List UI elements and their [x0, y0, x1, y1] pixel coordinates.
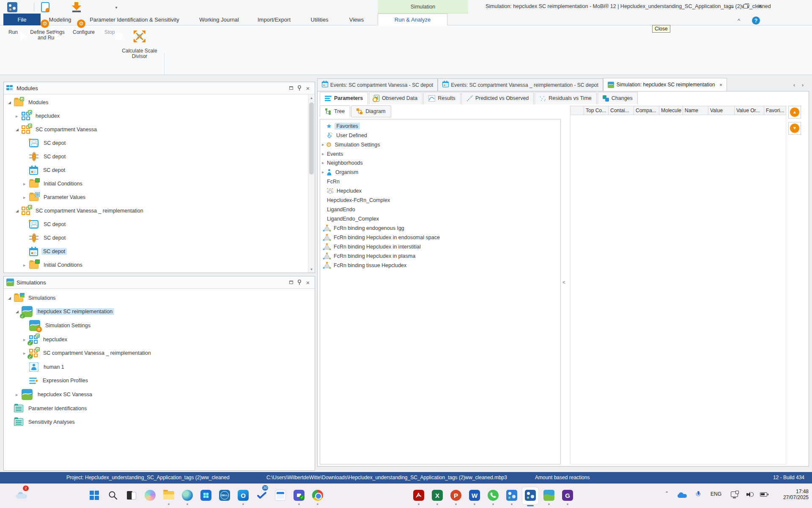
tree-item-sc-depot-spatial-2[interactable]: SC depot: [29, 218, 67, 231]
calendar-app-icon[interactable]: [274, 489, 287, 502]
tab-run-analyze[interactable]: Run & Analyze: [378, 14, 447, 25]
tree-item-initial-conditions[interactable]: Initial Conditions: [29, 177, 84, 190]
powerpoint-icon[interactable]: P: [450, 489, 462, 502]
word-icon[interactable]: W: [468, 489, 481, 502]
tab-import-export[interactable]: Import/Export: [249, 14, 299, 25]
restore-button[interactable]: [738, 0, 753, 13]
expander-icon[interactable]: [16, 309, 19, 314]
pin-panel-icon[interactable]: [295, 84, 304, 92]
pksim-icon[interactable]: [505, 489, 518, 502]
expander-icon[interactable]: [322, 151, 324, 157]
expander-icon[interactable]: [322, 160, 324, 166]
app-logo-icon[interactable]: [7, 2, 18, 12]
scroll-down-icon[interactable]: ▼: [308, 266, 315, 273]
close-doc-tab-icon[interactable]: [718, 82, 723, 88]
col-favorite[interactable]: Favori...: [764, 106, 786, 115]
contextual-tab-simulation[interactable]: Simulation: [378, 0, 468, 14]
search-icon[interactable]: [107, 489, 119, 502]
expander-icon[interactable]: [8, 100, 11, 105]
tree-item-sensitivity-analyses[interactable]: Sensitivity Analyses: [14, 416, 77, 428]
view-tab-tree[interactable]: Tree: [320, 105, 350, 117]
tab-scroll-right-icon[interactable]: ›: [802, 82, 804, 88]
task-view-icon[interactable]: [125, 489, 138, 502]
ptree-user-defined[interactable]: User Defined: [326, 131, 367, 140]
language-indicator[interactable]: ENG: [710, 491, 721, 497]
maximize-panel-icon[interactable]: [287, 84, 295, 92]
todo-icon[interactable]: 30: [255, 489, 268, 502]
tree-item-sc-depot-transport-2[interactable]: SC depot: [29, 232, 67, 244]
tab-changes[interactable]: Changes: [598, 92, 638, 104]
tab-parameter-identification[interactable]: Parameter Identification & Sensitivity: [80, 14, 189, 25]
g-app-icon[interactable]: G: [561, 489, 574, 502]
edge-icon[interactable]: [181, 489, 194, 502]
close-panel-icon[interactable]: [304, 84, 312, 92]
tree-item-human-1[interactable]: human 1: [29, 361, 66, 373]
tree-item-sc-depot-event-selected[interactable]: SC depot: [29, 245, 67, 258]
expander-icon[interactable]: [23, 195, 26, 200]
view-tab-diagram[interactable]: Diagram: [351, 105, 391, 117]
col-top-container[interactable]: Top Co...: [584, 106, 609, 115]
tab-parameters[interactable]: Parameters: [320, 92, 368, 104]
close-button[interactable]: [753, 0, 767, 13]
tab-predicted-vs-observed[interactable]: Predicted vs Observed: [461, 92, 534, 104]
microsoft-store-icon[interactable]: [200, 489, 212, 502]
minimize-button[interactable]: [724, 0, 738, 13]
tree-item-modules-root[interactable]: Modules: [14, 96, 50, 109]
scroll-thumb[interactable]: [309, 102, 314, 174]
microphone-icon[interactable]: [696, 491, 700, 497]
tree-item-sc-depot-spatial[interactable]: SC depot: [29, 137, 67, 149]
weather-widget[interactable]: 2: [15, 489, 28, 502]
ptree-favorites[interactable]: Favorites: [326, 121, 360, 130]
col-molecule[interactable]: Molecule: [659, 106, 683, 115]
tree-item-sc-compartment-vanessa[interactable]: SC compartment Vanessa: [22, 123, 99, 136]
close-panel-icon[interactable]: [304, 278, 312, 287]
outlook-icon[interactable]: O: [237, 489, 250, 502]
teams-icon[interactable]: ✓: [293, 489, 305, 502]
col-name[interactable]: Name: [683, 106, 708, 115]
col-blank[interactable]: [570, 106, 584, 115]
expander-icon[interactable]: [23, 181, 26, 187]
col-value-origin[interactable]: Value Or...: [735, 106, 764, 115]
tree-item-sc-depot-transport[interactable]: SC depot: [29, 150, 67, 163]
expander-icon[interactable]: [8, 296, 11, 300]
col-value[interactable]: Value: [708, 106, 735, 115]
define-settings-run-button[interactable]: Define Settings and Run: [26, 27, 69, 41]
tree-item-hepcludex-module[interactable]: hepcludex: [22, 110, 61, 122]
ptree-hepcludex[interactable]: Hepcludex: [326, 186, 362, 195]
move-up-button[interactable]: ▲: [788, 106, 801, 119]
tab-observed-data[interactable]: Observed Data: [369, 92, 422, 104]
tab-scroll-left-icon[interactable]: ‹: [793, 82, 795, 88]
tree-item-hepcludex-sc-vanessa[interactable]: hepcludex SC Vanessa: [22, 388, 94, 401]
col-compartment[interactable]: Compa...: [634, 106, 659, 115]
configure-button[interactable]: Configure: [71, 27, 96, 35]
modules-scrollbar[interactable]: ▲ ▼: [308, 95, 314, 273]
clock[interactable]: 17:48 27/07/2025: [777, 489, 809, 500]
mobi-icon[interactable]: [524, 489, 537, 502]
journal-quick-icon[interactable]: [40, 2, 51, 12]
expander-icon[interactable]: [322, 142, 324, 147]
chrome-icon[interactable]: [311, 489, 324, 502]
run-button[interactable]: Run: [3, 27, 23, 35]
quick-access-dropdown-icon[interactable]: [111, 2, 122, 12]
ptree-neighborhoods[interactable]: Neighborhoods: [327, 158, 363, 167]
tab-utilities[interactable]: Utilities: [299, 14, 340, 25]
dell-icon[interactable]: DELL: [218, 489, 231, 502]
pin-panel-icon[interactable]: [295, 278, 304, 287]
tree-item-initial-conditions-2[interactable]: Initial Conditions: [29, 259, 84, 271]
acrobat-icon[interactable]: [412, 489, 425, 502]
ptree-simulation-settings[interactable]: Simulation Settings: [326, 140, 380, 149]
expander-icon[interactable]: [16, 127, 19, 132]
tree-item-expression-profiles[interactable]: Expression Profiles: [29, 374, 90, 387]
ptree-hepcludex-fcrn-complex[interactable]: Hepcludex-FcRn_Complex: [327, 196, 390, 204]
ptree-rxn-endosomal[interactable]: FcRn binding Hepcludex in endosomal spac…: [323, 233, 440, 242]
scroll-up-icon[interactable]: ▲: [308, 95, 315, 101]
col-container[interactable]: Contai...: [609, 106, 634, 115]
network-icon[interactable]: [731, 491, 738, 497]
ptree-rxn-plasma[interactable]: FcRn binding Hepcludex in plasma: [323, 251, 415, 260]
tab-file[interactable]: File: [3, 14, 41, 25]
expander-icon[interactable]: [16, 392, 18, 398]
expander-icon[interactable]: [23, 337, 26, 342]
ptree-organism[interactable]: Organism: [326, 168, 358, 177]
tree-item-simulation-settings[interactable]: Simulation Settings: [29, 319, 92, 332]
export-quick-icon[interactable]: [71, 2, 82, 12]
